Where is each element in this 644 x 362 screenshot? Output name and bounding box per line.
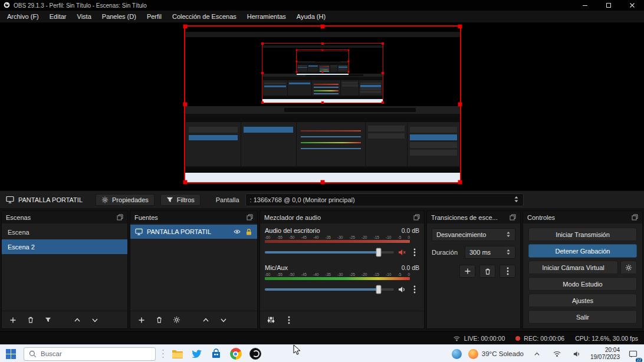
db-tick-label: -20 [362,235,367,239]
properties-button[interactable]: Propiedades [96,194,155,206]
scene-row[interactable]: Escena [2,225,127,239]
selection-handle[interactable] [183,103,188,107]
preview-selection[interactable] [184,25,461,183]
taskbar-clock[interactable]: 20:04 19/07/2023 [590,347,620,361]
mini-taskbar [297,74,348,75]
transition-combobox[interactable]: Desvanecimiento [432,228,515,241]
selection-handle[interactable] [183,25,188,29]
volume-tray-icon[interactable] [570,347,584,361]
mixer-kebab-menu-icon[interactable] [281,314,296,327]
menu-ayuda[interactable]: Ayuda (H) [291,11,331,22]
screen-combobox[interactable]: : 1366x768 @ 0,0 (Monitor principal) [245,193,524,206]
mute-speaker-icon[interactable] [397,248,406,256]
db-tick-label: -5 [398,235,402,239]
remove-transition-button[interactable] [479,265,495,278]
dock-popout-icon[interactable] [247,214,253,221]
source-toolbar-label: PANTALLA PORTATIL [6,196,83,203]
maximize-button[interactable] [597,0,620,11]
selection-handle[interactable] [183,180,188,185]
scenes-dock-header[interactable]: Escenas [2,211,127,223]
channel-name: Mic/Aux [265,264,288,271]
spinbox-arrows-icon[interactable] [506,248,511,257]
transition-kebab-menu-icon[interactable] [500,265,515,278]
menu-vista[interactable]: Vista [72,11,97,22]
remove-source-button[interactable] [152,314,166,327]
selection-handle[interactable] [458,103,462,107]
obs-window: OBS 29.1.3 - Perfil: Sin Título - Escena… [0,0,644,362]
start-streaming-button[interactable]: Iniciar Transmisión [528,228,637,241]
cpu-status: CPU: 12.6%, 30.00 fps [575,335,638,342]
slider-knob[interactable] [376,248,381,257]
add-transition-button[interactable] [459,265,475,278]
filters-button[interactable]: Filtros [160,194,201,206]
move-source-down-button[interactable] [216,314,231,327]
sources-dock-header[interactable]: Fuentes [130,211,257,223]
dock-popout-icon[interactable] [510,214,516,221]
mixer-dock-header[interactable]: Mezclador de audio [260,211,424,223]
combo-spinner-icon[interactable] [506,231,511,239]
move-source-up-button[interactable] [198,314,213,327]
menu-herramientas[interactable]: Herramientas [242,11,291,22]
channel-kebab-menu-icon[interactable] [410,283,419,296]
selection-handle[interactable] [321,180,325,185]
microsoft-store-icon[interactable] [209,347,223,361]
selection-handle[interactable] [458,180,462,185]
source-row-selected[interactable]: PANTALLA PORTATIL [130,225,257,239]
exit-button[interactable]: Salir [528,310,637,324]
close-button[interactable] [620,0,644,11]
menu-archivo[interactable]: Archivo (F) [2,11,44,22]
lock-icon[interactable] [245,228,252,236]
menu-paneles[interactable]: Paneles (D) [97,11,142,22]
start-button[interactable] [4,347,18,361]
network-wifi-icon[interactable] [550,347,564,361]
remove-scene-button[interactable] [23,314,38,327]
transitions-dock-header[interactable]: Transiciones de esce... [427,211,520,223]
settings-button[interactable]: Ajustes [528,294,637,307]
controls-dock-header[interactable]: Controles [523,211,642,223]
mini-controls-dock [338,64,347,72]
menu-editar[interactable]: Editar [44,11,72,22]
minimize-button[interactable] [573,0,597,11]
mini-controls-dock [408,115,459,166]
gear-icon [101,196,109,203]
channel-kebab-menu-icon[interactable] [410,246,419,259]
stop-recording-button[interactable]: Detener Grabación [528,244,637,258]
taskbar-weather-widget[interactable]: 39°C Soleado [468,349,524,359]
dock-popout-icon[interactable] [413,214,420,221]
move-scene-down-button[interactable] [87,314,102,327]
mixer-settings-icon[interactable] [264,314,278,327]
speaker-icon[interactable] [397,285,406,294]
menu-perfil[interactable]: Perfil [142,11,167,22]
volume-slider[interactable] [265,288,394,291]
duration-spinbox[interactable]: 300 ms [465,246,515,259]
move-scene-up-button[interactable] [70,314,84,327]
obs-taskbar-icon[interactable] [248,347,262,361]
file-explorer-icon[interactable] [170,347,184,361]
source-toolbar: PANTALLA PORTATIL Propiedades Filtros Pa… [0,190,644,208]
selection-handle[interactable] [321,25,325,29]
tray-chevron-up-icon[interactable] [530,347,544,361]
db-tick-label: -10 [386,272,391,277]
menu-coleccion-escenas[interactable]: Colección de Escenas [167,11,242,22]
taskbar-search-input[interactable]: Buscar [24,347,156,361]
scene-filters-icon[interactable] [41,314,55,327]
volume-slider[interactable] [265,251,394,254]
source-properties-gear-icon[interactable] [169,314,184,327]
start-virtual-camera-button[interactable]: Iniciar Cámara Virtual [528,261,618,274]
add-source-button[interactable] [134,314,149,327]
action-center-icon[interactable]: 22 [626,347,640,361]
virtual-camera-settings-gear-icon[interactable] [620,261,637,274]
visibility-eye-icon[interactable] [233,228,241,235]
preview-canvas[interactable] [0,23,644,190]
dock-popout-icon[interactable] [117,214,123,221]
dock-popout-icon[interactable] [632,214,638,221]
selection-handle[interactable] [458,25,462,29]
chrome-icon[interactable] [229,347,242,361]
add-scene-button[interactable] [5,314,20,327]
edge-browser-icon[interactable] [452,349,462,359]
scene-row-selected[interactable]: Escena 2 [2,239,127,254]
slider-knob[interactable] [376,285,381,294]
twitter-icon[interactable] [190,347,203,361]
combo-spinner-icon[interactable] [514,195,519,205]
studio-mode-button[interactable]: Modo Estudio [528,277,637,291]
